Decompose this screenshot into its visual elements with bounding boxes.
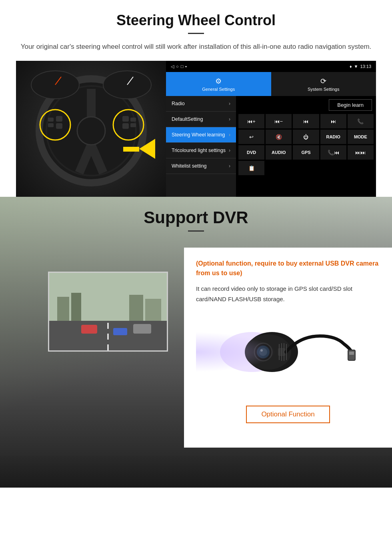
tab-system-label: System Settings — [308, 87, 339, 92]
android-tabs: ⚙ General Settings ⟳ System Settings — [166, 72, 376, 96]
chevron-icon: › — [229, 163, 230, 169]
location-icon: ♦ — [350, 64, 352, 69]
dvr-camera-svg — [220, 312, 356, 388]
optional-function-button[interactable]: Optional Function — [246, 406, 330, 423]
thumbnail-scene-svg — [49, 273, 167, 350]
svg-rect-15 — [130, 123, 136, 127]
svg-rect-12 — [122, 116, 129, 122]
home-icon: ○ — [176, 64, 179, 69]
svg-rect-13 — [122, 123, 129, 129]
svg-rect-8 — [48, 118, 54, 122]
android-ui: ◁ ○ □ ▪ ♦ ▼ 13:13 ⚙ General Settings — [166, 61, 376, 197]
svg-rect-31 — [113, 328, 127, 335]
svg-rect-9 — [48, 123, 54, 127]
steering-subtitle: Your original car's steering wheel contr… — [16, 41, 376, 52]
svg-rect-23 — [57, 297, 69, 321]
steering-photo — [16, 61, 166, 197]
menu-item-steering-wheel-learning[interactable]: Steering Wheel learning › — [166, 127, 236, 143]
title-divider — [188, 33, 204, 34]
clock: 13:13 — [360, 64, 371, 69]
ctrl-back[interactable]: ↩ — [238, 130, 264, 144]
svg-point-38 — [259, 348, 267, 356]
ctrl-mute[interactable]: 🔇 — [266, 130, 292, 144]
control-grid: ⏮+ ⏮− ⏮ ⏭ 📞 ↩ 🔇 ⏻ RADIO MODE DVD AUDIO — [236, 114, 376, 178]
ctrl-extra[interactable]: 📋 — [238, 161, 264, 175]
chevron-icon: › — [229, 116, 230, 122]
record-icon: ▪ — [185, 64, 187, 69]
steering-section: Steering Wheel Control Your original car… — [0, 0, 392, 197]
dvr-content-row: (Optional function, require to buy exter… — [0, 236, 392, 456]
android-panel: Begin learn ⏮+ ⏮− ⏮ ⏭ 📞 ↩ 🔇 ⏻ RADIO — [236, 96, 376, 197]
svg-rect-24 — [71, 293, 81, 321]
back-icon: ◁ — [171, 64, 174, 69]
android-statusbar: ◁ ○ □ ▪ ♦ ▼ 13:13 — [166, 61, 376, 72]
chevron-icon: › — [229, 148, 230, 153]
svg-rect-26 — [145, 299, 161, 321]
svg-rect-17 — [123, 147, 139, 152]
ctrl-vol-up[interactable]: ⏮+ — [238, 114, 264, 128]
dvr-camera-image — [196, 312, 380, 392]
dvr-title: Support DVR — [0, 208, 392, 227]
gear-icon: ⚙ — [215, 77, 222, 86]
ctrl-vol-down[interactable]: ⏮− — [266, 114, 292, 128]
ctrl-audio[interactable]: AUDIO — [266, 145, 292, 160]
wifi-icon: ▼ — [354, 64, 358, 69]
svg-rect-42 — [349, 352, 354, 355]
menu-item-radio[interactable]: Radio › — [166, 96, 236, 112]
dvr-section: Support DVR — [0, 197, 392, 488]
dvr-title-divider — [188, 230, 204, 232]
svg-rect-10 — [56, 116, 62, 122]
dvr-camera-thumbnail — [48, 272, 168, 352]
svg-rect-14 — [130, 118, 136, 122]
svg-point-39 — [260, 349, 263, 352]
steering-demo: ◁ ○ □ ▪ ♦ ▼ 13:13 ⚙ General Settings — [16, 61, 376, 197]
menu-item-whitelist[interactable]: Whitelist setting › — [166, 158, 236, 174]
svg-rect-32 — [133, 324, 151, 334]
steering-title: Steering Wheel Control — [16, 12, 376, 29]
dvr-info-card: (Optional function, require to buy exter… — [184, 248, 392, 448]
ctrl-next[interactable]: ⏭ — [320, 114, 346, 128]
ctrl-mode[interactable]: MODE — [348, 130, 374, 144]
chevron-icon: › — [229, 101, 230, 106]
tab-system-settings[interactable]: ⟳ System Settings — [271, 72, 376, 96]
begin-learn-button[interactable]: Begin learn — [329, 99, 372, 111]
statusbar-nav-icons: ◁ ○ □ ▪ — [171, 64, 187, 69]
svg-rect-30 — [81, 325, 97, 334]
ctrl-gps[interactable]: GPS — [293, 145, 319, 160]
svg-rect-11 — [56, 123, 62, 129]
svg-rect-25 — [129, 295, 143, 321]
ctrl-prev[interactable]: ⏮ — [293, 114, 319, 128]
ctrl-phone[interactable]: 📞 — [348, 114, 374, 128]
ctrl-power[interactable]: ⏻ — [293, 130, 319, 144]
ctrl-next2[interactable]: ⏭⏭ — [348, 145, 374, 160]
menu-item-tricoloured[interactable]: Tricoloured light settings › — [166, 143, 236, 158]
steering-wheel-svg — [23, 69, 159, 189]
android-content: Radio › DefaultSetting › Steering Wheel … — [166, 96, 376, 197]
svg-rect-41 — [348, 350, 355, 360]
dvr-bottom-bg — [0, 456, 392, 488]
ctrl-dvd[interactable]: DVD — [238, 145, 264, 160]
dvr-optional-note: (Optional function, require to buy exter… — [196, 259, 380, 278]
begin-learn-row: Begin learn — [236, 96, 376, 114]
android-menu: Radio › DefaultSetting › Steering Wheel … — [166, 96, 236, 197]
chevron-icon: › — [229, 132, 230, 138]
svg-point-5 — [77, 117, 105, 145]
recent-icon: □ — [181, 64, 184, 69]
dvr-description: It can record video only to storage in G… — [196, 284, 380, 304]
optional-function-container: Optional Function — [196, 402, 380, 423]
system-icon: ⟳ — [320, 77, 326, 86]
tab-general-settings[interactable]: ⚙ General Settings — [166, 72, 271, 96]
ctrl-phone-prev[interactable]: 📞⏮ — [320, 145, 346, 160]
dvr-title-area: Support DVR — [0, 197, 392, 236]
ctrl-radio[interactable]: RADIO — [320, 130, 346, 144]
statusbar-status-icons: ♦ ▼ 13:13 — [350, 64, 371, 69]
menu-item-defaultsetting[interactable]: DefaultSetting › — [166, 112, 236, 127]
tab-general-label: General Settings — [202, 87, 235, 92]
